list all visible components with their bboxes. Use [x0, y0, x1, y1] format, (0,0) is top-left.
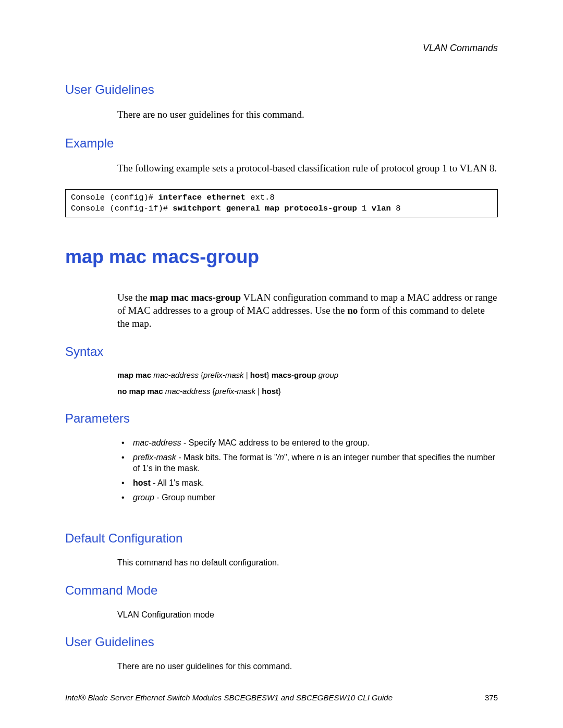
command-intro: Use the map mac macs-group VLAN configur…: [117, 291, 498, 330]
user-guidelines-2-body: There are no user guidelines for this co…: [117, 661, 498, 672]
page-footer: Intel® Blade Server Ethernet Switch Modu…: [65, 693, 498, 702]
page-number: 375: [485, 693, 498, 702]
parameter-item: prefix-mask - Mask bits. The format is "…: [117, 452, 498, 474]
heading-command-mode: Command Mode: [65, 583, 498, 598]
parameter-item: mac-address - Specify MAC address to be …: [117, 437, 498, 449]
command-title: map mac macs-group: [65, 246, 498, 268]
heading-parameters: Parameters: [65, 411, 498, 426]
parameter-list: mac-address - Specify MAC address to be …: [117, 437, 498, 503]
page-container: VLAN Commands User Guidelines There are …: [0, 0, 563, 728]
heading-user-guidelines-2: User Guidelines: [65, 635, 498, 649]
heading-example: Example: [65, 136, 498, 151]
code-example: Console (config)# interface ethernet ext…: [65, 189, 498, 217]
heading-user-guidelines-1: User Guidelines: [65, 82, 498, 97]
code-line-2: Console (config-if)# switchport general …: [71, 204, 401, 213]
user-guidelines-1-body: There are no user guidelines for this co…: [117, 108, 498, 121]
default-config-body: This command has no default configuratio…: [117, 557, 498, 569]
code-line-1: Console (config)# interface ethernet ext…: [71, 193, 275, 202]
chapter-header: VLAN Commands: [65, 43, 498, 54]
parameter-item: group - Group number: [117, 492, 498, 503]
parameter-item: host - All 1's mask.: [117, 477, 498, 489]
example-body: The following example sets a protocol-ba…: [117, 162, 498, 175]
syntax-line-1: map mac mac-address {prefix-mask | host}…: [117, 371, 498, 379]
command-mode-body: VLAN Configuration mode: [117, 609, 498, 621]
syntax-line-2: no map mac mac-address {prefix-mask | ho…: [117, 387, 498, 396]
heading-syntax: Syntax: [65, 344, 498, 359]
footer-title: Intel® Blade Server Ethernet Switch Modu…: [65, 693, 393, 702]
heading-default-config: Default Configuration: [65, 531, 498, 546]
